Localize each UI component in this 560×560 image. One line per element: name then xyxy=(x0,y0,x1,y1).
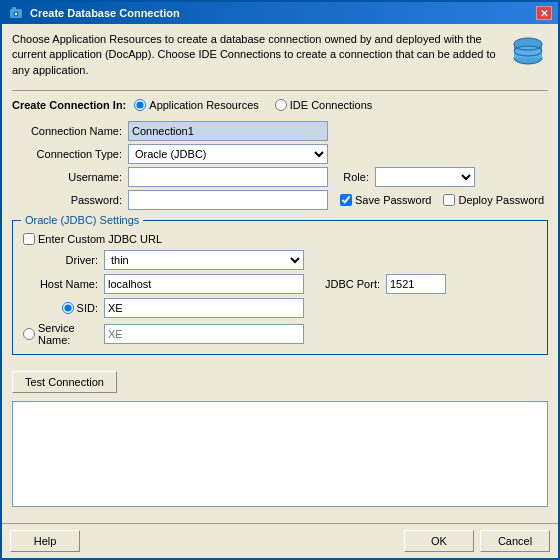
app-resources-radio-item[interactable]: Application Resources xyxy=(134,99,258,111)
svg-point-8 xyxy=(514,46,542,56)
window-title: Create Database Connection xyxy=(30,7,530,19)
description-row: Choose Application Resources to create a… xyxy=(12,32,548,78)
sid-label: SID: xyxy=(77,302,98,314)
divider-1 xyxy=(12,90,548,91)
main-window: Create Database Connection ✕ Choose Appl… xyxy=(0,0,560,560)
driver-select[interactable]: thin oci xyxy=(104,250,304,270)
right-buttons: OK Cancel xyxy=(404,530,550,552)
save-password-item[interactable]: Save Password xyxy=(340,194,431,206)
password-input[interactable] xyxy=(128,190,328,210)
custom-jdbc-item[interactable]: Enter Custom JDBC URL xyxy=(23,233,537,245)
content-area: Choose Application Resources to create a… xyxy=(2,24,558,523)
custom-jdbc-checkbox[interactable] xyxy=(23,233,35,245)
title-bar: Create Database Connection ✕ xyxy=(2,2,558,24)
app-resources-radio[interactable] xyxy=(134,99,146,111)
app-resources-label: Application Resources xyxy=(149,99,258,111)
database-icon xyxy=(508,34,548,74)
output-area xyxy=(12,401,548,507)
deploy-password-label: Deploy Password xyxy=(458,194,544,206)
oracle-settings-section: Oracle (JDBC) Settings Enter Custom JDBC… xyxy=(12,220,548,355)
custom-jdbc-label: Enter Custom JDBC URL xyxy=(38,233,162,245)
deploy-password-item[interactable]: Deploy Password xyxy=(443,194,544,206)
connection-name-input[interactable] xyxy=(128,121,328,141)
cancel-button[interactable]: Cancel xyxy=(480,530,550,552)
role-select[interactable]: DBA SYSDBA xyxy=(375,167,475,187)
help-button[interactable]: Help xyxy=(10,530,80,552)
service-name-label: Service Name: xyxy=(38,322,98,346)
role-label: Role: xyxy=(334,171,369,183)
host-input[interactable] xyxy=(104,274,304,294)
service-name-radio-item[interactable]: Service Name: xyxy=(23,322,98,346)
username-input[interactable] xyxy=(128,167,328,187)
description-text: Choose Application Resources to create a… xyxy=(12,32,500,78)
connection-type-radio-group: Application Resources IDE Connections xyxy=(134,99,372,111)
save-password-checkbox[interactable] xyxy=(340,194,352,206)
svg-rect-1 xyxy=(12,7,16,11)
ide-connections-label: IDE Connections xyxy=(290,99,373,111)
bottom-buttons-bar: Help OK Cancel xyxy=(2,523,558,558)
test-connection-button[interactable]: Test Connection xyxy=(12,371,117,393)
oracle-settings-inner: Enter Custom JDBC URL Driver: thin oci H… xyxy=(23,233,537,346)
ok-button[interactable]: OK xyxy=(404,530,474,552)
oracle-settings-title: Oracle (JDBC) Settings xyxy=(21,214,143,226)
jdbc-port-input[interactable] xyxy=(386,274,446,294)
connection-name-label: Connection Name: xyxy=(12,125,122,137)
close-button[interactable]: ✕ xyxy=(536,6,552,20)
window-icon xyxy=(8,5,24,21)
password-label: Password: xyxy=(12,194,122,206)
sid-input[interactable] xyxy=(104,298,304,318)
test-connection-row: Test Connection xyxy=(12,371,548,393)
connection-type-label: Connection Type: xyxy=(12,148,122,160)
save-password-label: Save Password xyxy=(355,194,431,206)
connection-type-select[interactable]: Oracle (JDBC) MySQL PostgreSQL xyxy=(128,144,328,164)
svg-point-3 xyxy=(15,13,17,15)
deploy-password-checkbox[interactable] xyxy=(443,194,455,206)
sid-radio[interactable] xyxy=(62,302,74,314)
service-name-input[interactable] xyxy=(104,324,304,344)
sid-radio-item[interactable]: SID: xyxy=(23,302,98,314)
ide-connections-radio-item[interactable]: IDE Connections xyxy=(275,99,373,111)
host-label: Host Name: xyxy=(23,278,98,290)
jdbc-port-label: JDBC Port: xyxy=(310,278,380,290)
ide-connections-radio[interactable] xyxy=(275,99,287,111)
service-name-radio[interactable] xyxy=(23,328,35,340)
create-connection-label: Create Connection In: xyxy=(12,99,126,111)
driver-label: Driver: xyxy=(23,254,98,266)
create-connection-row: Create Connection In: Application Resour… xyxy=(12,99,548,111)
username-label: Username: xyxy=(12,171,122,183)
